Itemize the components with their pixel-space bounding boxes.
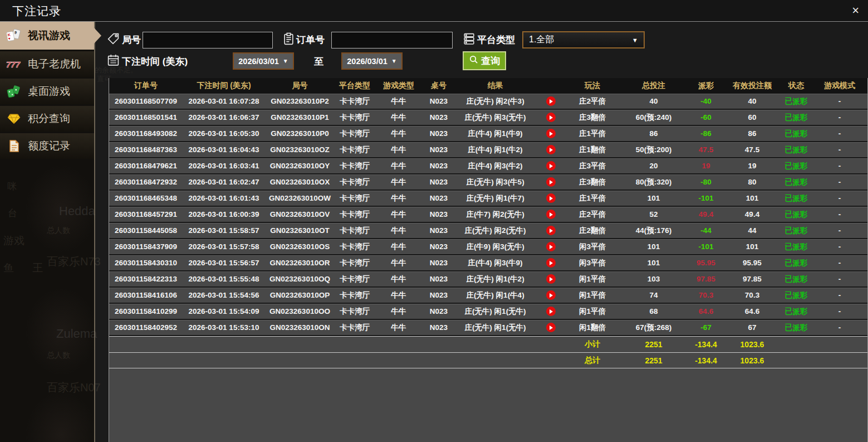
cell-valid: 19 <box>724 162 781 170</box>
cell-result: 庄(牛4) 闲1(牛9) <box>455 129 536 139</box>
cell-tableno: N023 <box>423 97 455 105</box>
ghost-text: 百家乐N73 <box>47 254 101 269</box>
cell-time: 2026-03-01 16:00:39 <box>183 210 265 218</box>
table-row: 2603011584303102026-03-01 15:56:57GN0232… <box>109 255 867 271</box>
table-row: 2603011584379092026-03-01 15:57:58GN0232… <box>109 239 867 255</box>
cell-result: 庄(无牛) 闲3(无牛) <box>455 113 536 123</box>
play-icon <box>550 180 553 184</box>
play-video-button[interactable] <box>546 96 556 106</box>
chevron-down-icon: ▼ <box>283 58 288 64</box>
cell-mode: - <box>812 145 867 154</box>
cell-round: GN023263010OQ <box>265 275 335 283</box>
cell-payout: 95.95 <box>688 259 724 267</box>
cell-tableno: N023 <box>423 226 455 235</box>
cell-status: 已派彩 <box>781 145 812 155</box>
cell-round: GN023263010P0 <box>265 129 335 138</box>
order-number-label: 订单号 <box>296 33 325 46</box>
cell-result: 庄(牛7) 闲2(无牛) <box>455 210 536 220</box>
total-row: 总计2251-134.41023.6 <box>109 352 867 368</box>
cell-status: 已派彩 <box>781 258 812 268</box>
table-row: 2603011584029522026-03-01 15:53:10GN0232… <box>109 320 867 336</box>
play-video-button[interactable] <box>546 274 556 284</box>
cell-payout: 70.3 <box>688 291 724 299</box>
table-body: 2603011685077092026-03-01 16:07:28GN0232… <box>109 94 867 368</box>
cell-play <box>536 96 566 106</box>
sidebar-item-label: 额度记录 <box>28 139 70 153</box>
sidebar-item-table-games[interactable]: 桌面游戏 <box>0 79 94 104</box>
table-header-row: 订单号下注时间 (美东)局号平台类型游戏类型桌号结果玩法总投注派彩有效投注额状态… <box>109 78 867 94</box>
cell-payout: -80 <box>688 178 724 186</box>
play-video-button[interactable] <box>546 290 556 300</box>
column-header: 订单号 <box>109 81 183 91</box>
cell-method: 庄3翻倍 <box>566 177 619 187</box>
play-video-button[interactable] <box>546 258 556 268</box>
play-video-button[interactable] <box>546 113 556 122</box>
cell-bet: 67(预:268) <box>619 323 688 333</box>
cell-valid: 44 <box>724 226 781 235</box>
close-icon[interactable]: × <box>852 3 859 18</box>
column-header: 状态 <box>781 81 812 91</box>
play-video-button[interactable] <box>546 129 556 138</box>
cell-order: 260301168507709 <box>109 97 183 105</box>
date-from-select[interactable]: 2026/03/01 ▼ <box>233 52 294 70</box>
cell-time: 2026-03-01 16:03:41 <box>183 162 265 170</box>
cell-round: GN023263010OP <box>265 291 335 299</box>
cell-result: 庄(牛4) 闲3(牛2) <box>455 161 536 171</box>
date-to-select[interactable]: 2026/03/01 ▼ <box>341 52 403 70</box>
round-number-input[interactable] <box>143 32 273 48</box>
cell-valid: 101 <box>724 242 781 251</box>
play-video-button[interactable] <box>546 177 556 187</box>
cell-order: 260301168472932 <box>109 178 183 186</box>
cell-round: GN023263010OV <box>265 210 335 218</box>
cell-tableno: N023 <box>423 178 455 186</box>
play-video-button[interactable] <box>546 307 556 316</box>
platform-type-select[interactable]: 1.全部 ▼ <box>522 31 645 48</box>
search-button-label: 查询 <box>481 55 500 67</box>
order-number-input[interactable] <box>331 32 453 48</box>
cell-bet: 40 <box>619 97 688 105</box>
play-icon <box>550 148 553 152</box>
cell-valid: 86 <box>724 129 781 138</box>
search-button[interactable]: 查询 <box>463 51 506 70</box>
play-video-button[interactable] <box>546 242 556 251</box>
ghost-text: Hedda <box>59 204 95 218</box>
play-video-button[interactable] <box>546 226 556 235</box>
play-video-button[interactable] <box>546 210 556 219</box>
cell-bet: 50(预:200) <box>619 145 688 155</box>
cell-time: 2026-03-01 16:01:43 <box>183 194 265 202</box>
cell-time: 2026-03-01 15:55:48 <box>183 275 265 283</box>
play-icon <box>550 309 553 314</box>
cell-play <box>536 242 566 251</box>
cell-status: 已派彩 <box>781 274 812 284</box>
cell-platform: 卡卡湾厅 <box>335 161 375 171</box>
play-icon <box>550 164 553 168</box>
cell-mode: - <box>812 97 867 105</box>
sidebar-item-live-games[interactable]: 9 K♥ 视讯游戏 <box>0 22 94 50</box>
play-icon <box>550 277 553 281</box>
cell-valid: 64.6 <box>724 307 781 315</box>
cell-result: 庄(无牛) 闲2(牛3) <box>455 96 536 106</box>
play-video-button[interactable] <box>546 193 556 203</box>
cell-tableno: N023 <box>423 194 455 202</box>
ghost-text: 咪 <box>7 180 17 193</box>
table-row: 2603011584161062026-03-01 15:54:56GN0232… <box>109 288 867 304</box>
cell-status: 已派彩 <box>781 307 812 317</box>
cell-bet: 101 <box>619 259 688 267</box>
platform-type-icon <box>463 32 475 47</box>
cell-status: 已派彩 <box>781 177 812 187</box>
cell-time: 2026-03-01 16:05:30 <box>183 129 265 138</box>
cell-valid: 67 <box>724 323 781 332</box>
sidebar-item-slots[interactable]: 777 电子老虎机 <box>0 51 94 77</box>
play-video-button[interactable] <box>546 161 556 171</box>
cell-status: 已派彩 <box>781 226 812 236</box>
sidebar-item-credit-records[interactable]: 额度记录 <box>0 133 94 159</box>
play-video-button[interactable] <box>546 323 556 332</box>
column-header: 有效投注额 <box>724 81 781 91</box>
play-icon <box>550 261 553 265</box>
cell-method: 庄1平倍 <box>566 129 619 139</box>
sidebar-item-points-query[interactable]: 积分查询 <box>0 106 94 132</box>
play-video-button[interactable] <box>546 145 556 154</box>
cell-tableno: N023 <box>423 162 455 170</box>
cell-mode: - <box>812 275 867 283</box>
column-header: 下注时间 (美东) <box>183 81 265 91</box>
